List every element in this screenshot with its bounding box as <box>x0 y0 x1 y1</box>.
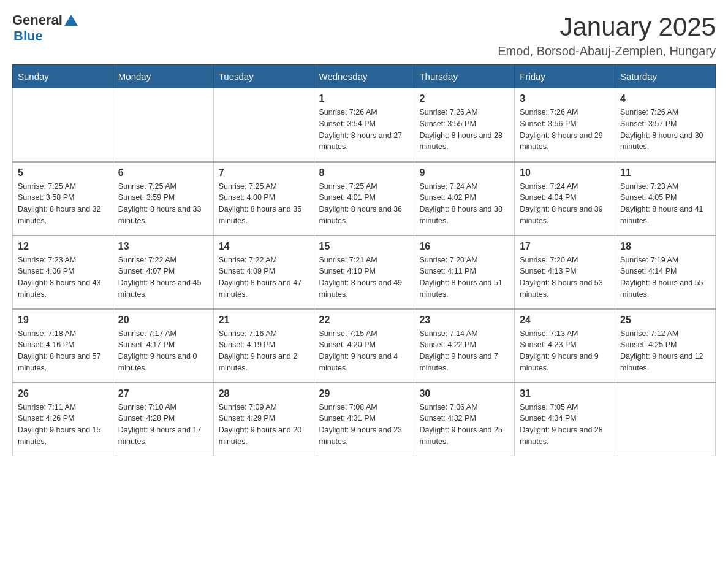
day-info: Sunrise: 7:22 AMSunset: 4:09 PMDaylight:… <box>219 255 309 301</box>
calendar-cell: 5Sunrise: 7:25 AMSunset: 3:58 PMDaylight… <box>13 162 113 236</box>
day-info: Sunrise: 7:26 AMSunset: 3:57 PMDaylight:… <box>620 107 710 153</box>
day-info: Sunrise: 7:15 AMSunset: 4:20 PMDaylight:… <box>319 328 409 374</box>
day-number: 31 <box>520 388 610 399</box>
day-info: Sunrise: 7:26 AMSunset: 3:55 PMDaylight:… <box>419 107 509 153</box>
calendar-cell <box>113 88 213 162</box>
calendar-cell: 18Sunrise: 7:19 AMSunset: 4:14 PMDayligh… <box>615 236 716 309</box>
calendar-cell: 11Sunrise: 7:23 AMSunset: 4:05 PMDayligh… <box>615 162 716 236</box>
calendar-cell: 4Sunrise: 7:26 AMSunset: 3:57 PMDaylight… <box>615 88 716 162</box>
header-friday: Friday <box>515 65 615 88</box>
title-block: January 2025 Emod, Borsod-Abauj-Zemplen,… <box>498 12 716 58</box>
header-sunday: Sunday <box>13 65 113 88</box>
day-number: 11 <box>620 167 710 178</box>
calendar-cell: 25Sunrise: 7:12 AMSunset: 4:25 PMDayligh… <box>615 309 716 383</box>
calendar-table: SundayMondayTuesdayWednesdayThursdayFrid… <box>12 64 716 456</box>
calendar-cell: 28Sunrise: 7:09 AMSunset: 4:29 PMDayligh… <box>213 383 314 456</box>
header-saturday: Saturday <box>615 65 716 88</box>
day-info: Sunrise: 7:21 AMSunset: 4:10 PMDaylight:… <box>319 255 409 301</box>
day-info: Sunrise: 7:23 AMSunset: 4:06 PMDaylight:… <box>18 255 108 301</box>
day-number: 23 <box>419 315 509 326</box>
calendar-cell: 6Sunrise: 7:25 AMSunset: 3:59 PMDaylight… <box>113 162 213 236</box>
calendar-cell: 24Sunrise: 7:13 AMSunset: 4:23 PMDayligh… <box>515 309 615 383</box>
day-number: 7 <box>219 167 309 178</box>
day-info: Sunrise: 7:11 AMSunset: 4:26 PMDaylight:… <box>18 402 108 448</box>
logo: General Blue <box>12 12 78 44</box>
logo-triangle-icon <box>64 13 78 27</box>
day-number: 20 <box>118 315 208 326</box>
day-number: 4 <box>620 93 710 104</box>
day-number: 17 <box>520 241 610 252</box>
day-info: Sunrise: 7:12 AMSunset: 4:25 PMDaylight:… <box>620 328 710 374</box>
calendar-cell <box>213 88 314 162</box>
day-info: Sunrise: 7:25 AMSunset: 3:58 PMDaylight:… <box>18 181 108 227</box>
day-info: Sunrise: 7:23 AMSunset: 4:05 PMDaylight:… <box>620 181 710 227</box>
day-info: Sunrise: 7:26 AMSunset: 3:54 PMDaylight:… <box>319 107 409 153</box>
day-info: Sunrise: 7:24 AMSunset: 4:04 PMDaylight:… <box>520 181 610 227</box>
calendar-cell: 20Sunrise: 7:17 AMSunset: 4:17 PMDayligh… <box>113 309 213 383</box>
day-number: 6 <box>118 167 208 178</box>
day-info: Sunrise: 7:10 AMSunset: 4:28 PMDaylight:… <box>118 402 208 448</box>
calendar-cell: 19Sunrise: 7:18 AMSunset: 4:16 PMDayligh… <box>13 309 113 383</box>
header-wednesday: Wednesday <box>314 65 414 88</box>
calendar-cell: 26Sunrise: 7:11 AMSunset: 4:26 PMDayligh… <box>13 383 113 456</box>
header-tuesday: Tuesday <box>213 65 314 88</box>
day-number: 30 <box>419 388 509 399</box>
calendar-week-row: 19Sunrise: 7:18 AMSunset: 4:16 PMDayligh… <box>13 309 716 383</box>
calendar-cell: 10Sunrise: 7:24 AMSunset: 4:04 PMDayligh… <box>515 162 615 236</box>
calendar-cell: 27Sunrise: 7:10 AMSunset: 4:28 PMDayligh… <box>113 383 213 456</box>
calendar-cell: 21Sunrise: 7:16 AMSunset: 4:19 PMDayligh… <box>213 309 314 383</box>
calendar-cell <box>615 383 716 456</box>
calendar-cell: 22Sunrise: 7:15 AMSunset: 4:20 PMDayligh… <box>314 309 414 383</box>
day-info: Sunrise: 7:20 AMSunset: 4:13 PMDaylight:… <box>520 255 610 301</box>
svg-marker-0 <box>64 15 78 26</box>
day-number: 12 <box>18 241 108 252</box>
day-number: 5 <box>18 167 108 178</box>
day-info: Sunrise: 7:05 AMSunset: 4:34 PMDaylight:… <box>520 402 610 448</box>
day-info: Sunrise: 7:06 AMSunset: 4:32 PMDaylight:… <box>419 402 509 448</box>
calendar-header-row: SundayMondayTuesdayWednesdayThursdayFrid… <box>13 65 716 88</box>
day-number: 28 <box>219 388 309 399</box>
day-number: 14 <box>219 241 309 252</box>
day-info: Sunrise: 7:13 AMSunset: 4:23 PMDaylight:… <box>520 328 610 374</box>
day-number: 21 <box>219 315 309 326</box>
calendar-cell: 12Sunrise: 7:23 AMSunset: 4:06 PMDayligh… <box>13 236 113 309</box>
day-info: Sunrise: 7:25 AMSunset: 4:00 PMDaylight:… <box>219 181 309 227</box>
day-number: 25 <box>620 315 710 326</box>
day-info: Sunrise: 7:18 AMSunset: 4:16 PMDaylight:… <box>18 328 108 374</box>
day-info: Sunrise: 7:20 AMSunset: 4:11 PMDaylight:… <box>419 255 509 301</box>
day-number: 19 <box>18 315 108 326</box>
day-number: 27 <box>118 388 208 399</box>
logo-general: General <box>12 12 63 28</box>
day-info: Sunrise: 7:09 AMSunset: 4:29 PMDaylight:… <box>219 402 309 448</box>
day-number: 3 <box>520 93 610 104</box>
day-number: 13 <box>118 241 208 252</box>
calendar-cell: 13Sunrise: 7:22 AMSunset: 4:07 PMDayligh… <box>113 236 213 309</box>
day-number: 22 <box>319 315 409 326</box>
header-monday: Monday <box>113 65 213 88</box>
calendar-cell: 16Sunrise: 7:20 AMSunset: 4:11 PMDayligh… <box>414 236 515 309</box>
calendar-cell: 29Sunrise: 7:08 AMSunset: 4:31 PMDayligh… <box>314 383 414 456</box>
calendar-cell: 1Sunrise: 7:26 AMSunset: 3:54 PMDaylight… <box>314 88 414 162</box>
day-info: Sunrise: 7:16 AMSunset: 4:19 PMDaylight:… <box>219 328 309 374</box>
calendar-cell: 2Sunrise: 7:26 AMSunset: 3:55 PMDaylight… <box>414 88 515 162</box>
day-info: Sunrise: 7:24 AMSunset: 4:02 PMDaylight:… <box>419 181 509 227</box>
calendar-cell: 3Sunrise: 7:26 AMSunset: 3:56 PMDaylight… <box>515 88 615 162</box>
location-title: Emod, Borsod-Abauj-Zemplen, Hungary <box>498 44 716 58</box>
day-info: Sunrise: 7:25 AMSunset: 4:01 PMDaylight:… <box>319 181 409 227</box>
calendar-cell: 14Sunrise: 7:22 AMSunset: 4:09 PMDayligh… <box>213 236 314 309</box>
calendar-cell: 23Sunrise: 7:14 AMSunset: 4:22 PMDayligh… <box>414 309 515 383</box>
header-thursday: Thursday <box>414 65 515 88</box>
day-number: 2 <box>419 93 509 104</box>
page-header: General Blue January 2025 Emod, Borsod-A… <box>12 12 716 58</box>
calendar-cell: 15Sunrise: 7:21 AMSunset: 4:10 PMDayligh… <box>314 236 414 309</box>
day-info: Sunrise: 7:08 AMSunset: 4:31 PMDaylight:… <box>319 402 409 448</box>
day-number: 18 <box>620 241 710 252</box>
calendar-week-row: 5Sunrise: 7:25 AMSunset: 3:58 PMDaylight… <box>13 162 716 236</box>
day-number: 15 <box>319 241 409 252</box>
calendar-week-row: 26Sunrise: 7:11 AMSunset: 4:26 PMDayligh… <box>13 383 716 456</box>
calendar-cell: 9Sunrise: 7:24 AMSunset: 4:02 PMDaylight… <box>414 162 515 236</box>
day-info: Sunrise: 7:22 AMSunset: 4:07 PMDaylight:… <box>118 255 208 301</box>
calendar-week-row: 12Sunrise: 7:23 AMSunset: 4:06 PMDayligh… <box>13 236 716 309</box>
day-info: Sunrise: 7:14 AMSunset: 4:22 PMDaylight:… <box>419 328 509 374</box>
day-number: 26 <box>18 388 108 399</box>
